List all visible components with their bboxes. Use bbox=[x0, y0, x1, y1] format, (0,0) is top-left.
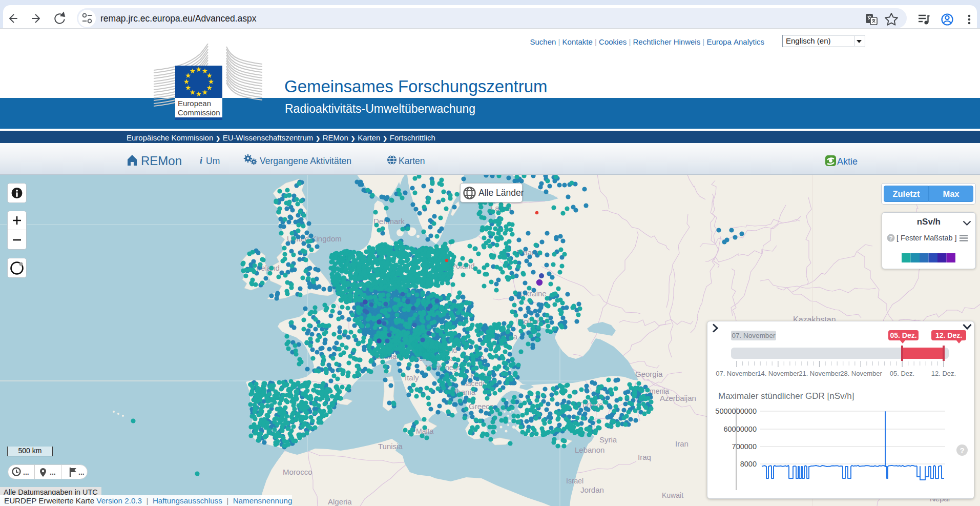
svg-text:Tunisia: Tunisia bbox=[378, 442, 403, 451]
svg-text:8000: 8000 bbox=[740, 460, 757, 468]
svg-text:...: ... bbox=[50, 468, 56, 476]
svg-text:Italy: Italy bbox=[405, 373, 419, 382]
svg-text:?: ? bbox=[889, 235, 893, 242]
svg-text:Vergangene Aktivitäten: Vergangene Aktivitäten bbox=[260, 156, 351, 166]
svg-text:Georgia: Georgia bbox=[635, 370, 663, 378]
svg-text:Karten: Karten bbox=[399, 156, 425, 166]
svg-text:?: ? bbox=[960, 446, 965, 455]
svg-text:Syria: Syria bbox=[599, 435, 617, 444]
svg-text:...: ... bbox=[78, 468, 85, 476]
svg-text:Algeria: Algeria bbox=[328, 497, 352, 506]
svg-text:Iran: Iran bbox=[675, 439, 689, 448]
svg-text:Iraq: Iraq bbox=[638, 453, 651, 461]
svg-text:Aktie: Aktie bbox=[837, 156, 858, 167]
svg-text:...: ... bbox=[23, 468, 29, 476]
svg-text:REMon: REMon bbox=[141, 154, 182, 168]
svg-text:i: i bbox=[200, 155, 202, 166]
svg-text:700000: 700000 bbox=[732, 442, 757, 451]
svg-text:Jordan: Jordan bbox=[580, 485, 604, 494]
svg-text:Azerbaijan: Azerbaijan bbox=[660, 394, 696, 402]
svg-text:Israel: Israel bbox=[566, 477, 583, 485]
svg-text:Kuwait: Kuwait bbox=[662, 491, 683, 499]
svg-text:European: European bbox=[178, 99, 211, 108]
svg-text:Morocco: Morocco bbox=[283, 468, 312, 476]
svg-text:Commission: Commission bbox=[178, 108, 220, 117]
svg-text:Lebanon: Lebanon bbox=[575, 446, 604, 454]
svg-text:Um: Um bbox=[206, 156, 220, 166]
svg-text:60000000: 60000000 bbox=[723, 425, 757, 433]
svg-text:remap.jrc.ec.europa.eu/Advance: remap.jrc.ec.europa.eu/Advanced.aspx bbox=[100, 13, 257, 24]
